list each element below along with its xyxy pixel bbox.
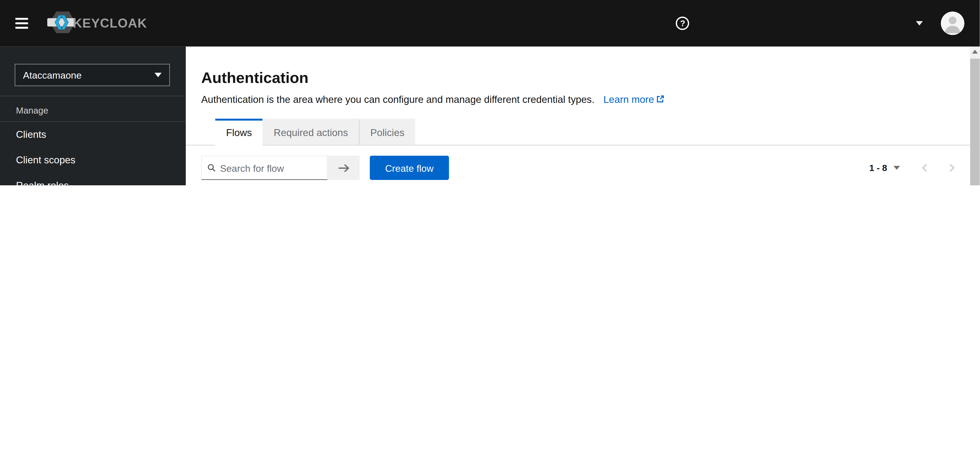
search-box [201,156,328,180]
scrollbar-up-arrow[interactable] [970,47,980,57]
main-content: Authentication Authentication is the are… [186,47,970,185]
sidebar-item-realm-roles[interactable]: Realm roles [0,173,186,185]
masthead: KEYCLOAK ? [0,0,980,47]
realm-selector[interactable]: Ataccamaone [15,64,170,86]
sidebar-item-client-scopes[interactable]: Client scopes [0,147,186,173]
page-description-text: Authentication is the area where you can… [201,94,595,105]
search-input[interactable] [220,162,321,173]
page-description: Authentication is the area where you can… [201,94,955,105]
nav-group-title-manage: Manage [0,97,186,122]
arrow-right-icon [338,163,350,173]
search-submit-button[interactable] [328,156,360,180]
pagination: 1 - 8 [869,163,955,173]
keycloak-admin-console: KEYCLOAK ? Ataccamaone [0,0,980,185]
keycloak-logo: KEYCLOAK [47,9,147,38]
sidebar-item-clients[interactable]: Clients [0,122,186,147]
pagination-range: 1 - 8 [869,163,887,173]
external-link-icon [656,95,665,104]
sidebar: Ataccamaone ManageClientsClient scopesRe… [0,47,186,185]
realm-selector-value: Ataccamaone [23,70,81,81]
create-flow-button[interactable]: Create flow [370,156,449,180]
tab-flows[interactable]: Flows [215,119,263,146]
vertical-scrollbar[interactable] [970,47,980,185]
scrollbar-thumb[interactable] [970,59,980,185]
tab-required-actions[interactable]: Required actions [263,119,359,145]
search-group [201,156,360,180]
pagination-next-button[interactable] [949,163,955,172]
avatar[interactable] [941,11,965,35]
product-name: KEYCLOAK [73,16,147,31]
page-header: Authentication Authentication is the are… [186,47,970,105]
page-title: Authentication [201,68,955,87]
toolbar: Create flow 1 - 8 [186,156,970,180]
tab-bar: Flows Required actions Policies [186,119,970,146]
user-menu-caret-icon[interactable] [916,21,923,26]
search-icon [208,163,216,172]
pagination-caret-icon[interactable] [894,166,900,170]
tab-policies[interactable]: Policies [359,119,415,145]
keycloak-logo-icon [47,9,76,38]
help-icon[interactable]: ? [676,17,689,30]
page-shell: Ataccamaone ManageClientsClient scopesRe… [0,47,980,185]
chevron-down-icon [154,73,162,77]
pagination-prev-button[interactable] [922,163,928,172]
hamburger-menu-icon[interactable] [15,18,28,29]
learn-more-link[interactable]: Learn more [603,94,664,105]
sidebar-nav: ManageClientsClient scopesRealm rolesUse… [0,97,186,185]
